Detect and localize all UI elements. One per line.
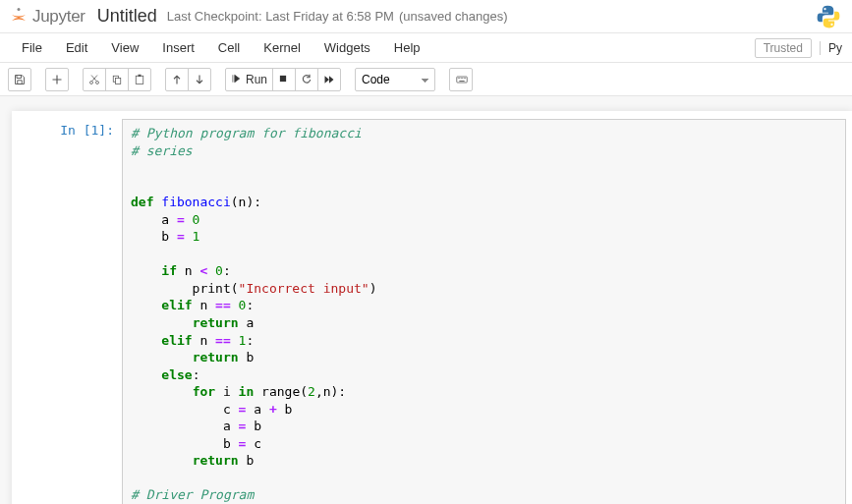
keyboard-icon (455, 74, 467, 85)
checkpoint-text: Last Checkpoint: Last Friday at 6:58 PM (167, 9, 394, 24)
interrupt-button[interactable] (272, 68, 296, 91)
restart-button[interactable] (295, 68, 318, 91)
copy-button[interactable] (105, 68, 129, 91)
run-icon (231, 74, 243, 85)
jupyter-icon (8, 6, 29, 28)
menu-widgets[interactable]: Widgets (312, 35, 382, 60)
stop-icon (278, 74, 290, 85)
run-button[interactable]: Run (225, 68, 273, 91)
notebook: In [1]: # Python program for fibonacci #… (12, 111, 852, 504)
notebook-title[interactable]: Untitled (97, 6, 157, 27)
plus-icon (51, 74, 63, 85)
svg-rect-6 (116, 78, 121, 84)
svg-point-1 (824, 7, 825, 9)
fast-forward-icon (323, 74, 335, 85)
svg-point-3 (90, 81, 93, 84)
svg-rect-10 (457, 77, 468, 83)
run-label: Run (246, 73, 267, 86)
svg-rect-7 (136, 76, 143, 84)
svg-point-4 (96, 81, 99, 84)
python-logo-icon (815, 3, 842, 30)
menu-view[interactable]: View (99, 35, 150, 60)
menu-cell[interactable]: Cell (206, 35, 252, 60)
svg-point-2 (830, 23, 832, 25)
paste-icon (134, 74, 145, 85)
svg-point-0 (18, 8, 21, 11)
menu-kernel[interactable]: Kernel (252, 35, 312, 60)
kernel-name[interactable]: Py (820, 41, 842, 55)
arrow-up-icon (171, 74, 183, 85)
move-up-button[interactable] (165, 68, 189, 91)
add-cell-button[interactable] (45, 68, 69, 91)
arrow-down-icon (194, 74, 205, 85)
jupyter-logo[interactable]: Jupyter (8, 6, 85, 28)
code-input[interactable]: # Python program for fibonacci # series … (122, 119, 846, 504)
notebook-container: In [1]: # Python program for fibonacci #… (0, 96, 852, 504)
jupyter-logo-text: Jupyter (32, 7, 85, 27)
paste-button[interactable] (128, 68, 151, 91)
restart-icon (301, 74, 312, 85)
menu-file[interactable]: File (10, 35, 54, 60)
save-button[interactable] (8, 68, 31, 91)
command-palette-button[interactable] (449, 68, 473, 91)
menu-bar: File Edit View Insert Cell Kernel Widget… (0, 33, 852, 63)
copy-icon (111, 74, 123, 85)
cell-type-select[interactable]: Code (355, 68, 435, 91)
restart-run-all-button[interactable] (317, 68, 341, 91)
trusted-indicator[interactable]: Trusted (755, 38, 812, 58)
move-down-button[interactable] (188, 68, 211, 91)
unsaved-text: (unsaved changes) (399, 9, 508, 24)
input-prompt: In [1]: (12, 119, 122, 504)
code-cell[interactable]: In [1]: # Python program for fibonacci #… (12, 117, 852, 504)
toolbar: Run Code (0, 63, 852, 96)
menu-help[interactable]: Help (382, 35, 432, 60)
save-icon (14, 74, 26, 85)
notebook-header: Jupyter Untitled Last Checkpoint: Last F… (0, 0, 852, 33)
menu-insert[interactable]: Insert (150, 35, 206, 60)
menu-edit[interactable]: Edit (54, 35, 99, 60)
cut-icon (88, 74, 100, 85)
svg-rect-9 (280, 75, 286, 81)
svg-rect-8 (139, 74, 142, 76)
cut-button[interactable] (83, 68, 106, 91)
